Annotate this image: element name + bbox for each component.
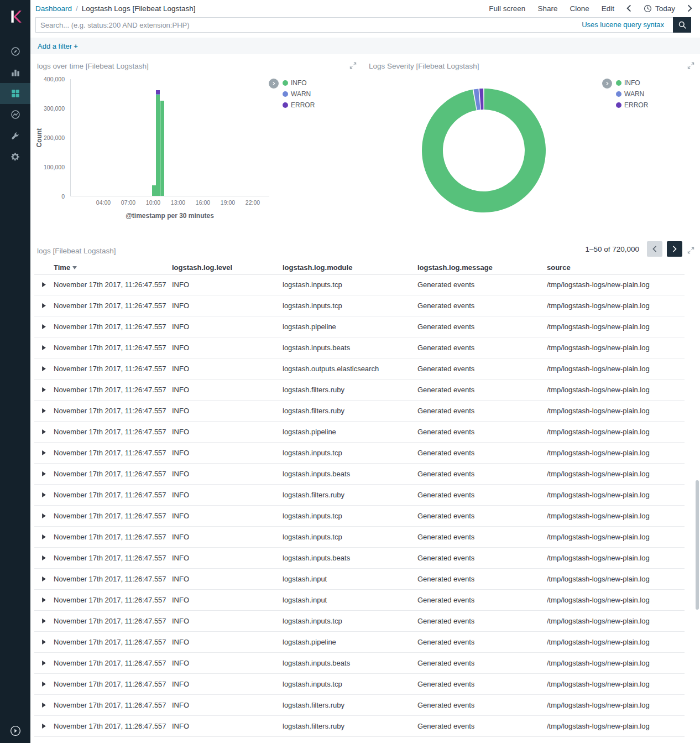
sidebar-item-timelion[interactable]: [0, 104, 30, 125]
donut-slice-error[interactable]: [479, 89, 483, 110]
histogram-panel: logs over time [Filebeat Logstash] Count…: [30, 56, 362, 222]
legend-item-error[interactable]: ERROR: [616, 101, 648, 109]
legend-item-warn[interactable]: WARN: [283, 90, 315, 98]
share-button[interactable]: Share: [537, 4, 557, 13]
bar-segment-warn[interactable]: [156, 94, 160, 95]
table-row[interactable]: November 17th 2017, 11:26:47.557 INFO lo…: [34, 401, 685, 422]
expand-row-icon[interactable]: [42, 534, 46, 539]
legend-toggle-button[interactable]: [602, 79, 612, 89]
table-row[interactable]: November 17th 2017, 11:26:47.557 INFO lo…: [34, 358, 685, 380]
table-row[interactable]: November 17th 2017, 11:26:47.557 INFO lo…: [34, 295, 685, 316]
table-row[interactable]: November 17th 2017, 11:26:47.557 INFO lo…: [34, 632, 685, 653]
table-row[interactable]: November 17th 2017, 11:26:47.557 INFO lo…: [34, 464, 685, 485]
cell-module: logstash.filters.ruby: [283, 701, 417, 709]
expand-panel-icon[interactable]: [349, 62, 357, 69]
table-row[interactable]: November 17th 2017, 11:26:47.557 INFO lo…: [34, 653, 685, 674]
expand-row-icon[interactable]: [42, 619, 46, 624]
bar-segment-error[interactable]: [156, 90, 160, 93]
edit-button[interactable]: Edit: [602, 4, 614, 13]
breadcrumb-dashboard-link[interactable]: Dashboard: [35, 4, 72, 13]
bar-segment-info[interactable]: [156, 95, 160, 196]
expand-row-icon[interactable]: [42, 555, 46, 560]
sidebar-item-dev-tools[interactable]: [0, 125, 30, 146]
expand-row-icon[interactable]: [42, 576, 46, 581]
kibana-logo[interactable]: [0, 0, 30, 33]
table-row[interactable]: November 17th 2017, 11:26:47.557 INFO lo…: [34, 422, 685, 443]
sidebar-nav: [0, 41, 30, 167]
cell-message: Generated events: [417, 280, 547, 289]
expand-row-icon[interactable]: [42, 513, 46, 518]
time-next-button[interactable]: [687, 4, 692, 12]
cell-time: November 17th 2017, 11:26:47.557: [54, 280, 172, 289]
table-row[interactable]: November 17th 2017, 11:26:47.557 INFO lo…: [34, 316, 685, 337]
expand-panel-icon[interactable]: [687, 62, 694, 69]
table-row[interactable]: November 17th 2017, 11:26:47.557 INFO lo…: [34, 716, 685, 737]
sidebar-item-dashboard[interactable]: [0, 83, 30, 104]
sidebar-item-discover[interactable]: [0, 41, 30, 62]
expand-row-icon[interactable]: [42, 387, 46, 392]
cell-level: INFO: [172, 302, 283, 310]
cell-module: logstash.inputs.tcp: [283, 449, 417, 457]
table-row[interactable]: November 17th 2017, 11:26:47.557 INFO lo…: [34, 527, 685, 548]
table-row[interactable]: November 17th 2017, 11:26:47.557 INFO lo…: [34, 274, 685, 295]
expand-row-icon[interactable]: [42, 724, 46, 729]
cell-message: Generated events: [417, 512, 547, 520]
expand-row-icon[interactable]: [42, 408, 46, 413]
cell-source: /tmp/logstash-logs/new-plain.log: [547, 280, 685, 289]
table-row[interactable]: November 17th 2017, 11:26:47.557 INFO lo…: [34, 569, 685, 590]
expand-row-icon[interactable]: [42, 324, 46, 329]
table-row[interactable]: November 17th 2017, 11:26:47.557 INFO lo…: [34, 695, 685, 716]
donut-slice-info[interactable]: [422, 89, 546, 212]
cell-level: INFO: [172, 617, 283, 625]
table-row[interactable]: November 17th 2017, 11:26:47.557 INFO lo…: [34, 674, 685, 695]
expand-row-icon[interactable]: [42, 345, 46, 350]
bar-segment-info[interactable]: [152, 185, 156, 196]
expand-row-icon[interactable]: [42, 640, 46, 645]
expand-row-icon[interactable]: [42, 661, 46, 666]
cell-time: November 17th 2017, 11:26:47.557: [54, 722, 172, 730]
expand-row-icon[interactable]: [42, 471, 46, 476]
table-scrollbar[interactable]: [696, 480, 699, 610]
add-filter-button[interactable]: Add a filter+: [38, 42, 78, 50]
table-row[interactable]: November 17th 2017, 11:26:47.557 INFO lo…: [34, 548, 685, 569]
expand-row-icon[interactable]: [42, 429, 46, 434]
next-page-button[interactable]: [667, 241, 682, 257]
cell-module: logstash.inputs.beats: [283, 344, 417, 352]
sidebar-item-visualize[interactable]: [0, 62, 30, 83]
table-row[interactable]: November 17th 2017, 11:26:47.557 INFO lo…: [34, 485, 685, 506]
lucene-syntax-link[interactable]: Uses lucene query syntax: [582, 20, 664, 29]
table-row[interactable]: November 17th 2017, 11:26:47.557 INFO lo…: [34, 590, 685, 611]
legend-item-error[interactable]: ERROR: [283, 101, 315, 109]
expand-row-icon[interactable]: [42, 682, 46, 687]
legend-item-info[interactable]: INFO: [283, 79, 315, 87]
legend-item-info[interactable]: INFO: [616, 79, 648, 87]
time-picker-button[interactable]: Today: [644, 4, 675, 13]
table-row[interactable]: November 17th 2017, 11:26:47.557 INFO lo…: [34, 380, 685, 401]
search-button[interactable]: [673, 17, 691, 33]
expand-row-icon[interactable]: [42, 366, 46, 371]
expand-row-icon[interactable]: [42, 450, 46, 455]
expand-row-icon[interactable]: [42, 597, 46, 602]
cell-level: INFO: [172, 470, 283, 478]
expand-panel-icon[interactable]: [687, 247, 694, 254]
expand-row-icon[interactable]: [42, 492, 46, 497]
table-row[interactable]: November 17th 2017, 11:26:47.557 INFO lo…: [34, 443, 685, 464]
collapse-nav-button[interactable]: [0, 725, 30, 736]
x-axis-title: @timestamp per 30 minutes: [70, 212, 269, 220]
full-screen-button[interactable]: Full screen: [489, 4, 525, 13]
legend-toggle-button[interactable]: [269, 79, 279, 89]
expand-row-icon[interactable]: [42, 303, 46, 308]
topbar-actions: Full screen Share Clone Edit Today: [489, 4, 692, 13]
table-row[interactable]: November 17th 2017, 11:26:47.557 INFO lo…: [34, 337, 685, 358]
column-header-time[interactable]: Time: [54, 263, 172, 272]
expand-row-icon[interactable]: [42, 703, 46, 708]
time-prev-button[interactable]: [626, 4, 631, 12]
sidebar-item-management[interactable]: [0, 146, 30, 167]
table-row[interactable]: November 17th 2017, 11:26:47.557 INFO lo…: [34, 506, 685, 527]
bar-segment-info[interactable]: [160, 101, 164, 196]
expand-row-icon[interactable]: [42, 282, 46, 287]
clone-button[interactable]: Clone: [570, 4, 589, 13]
table-row[interactable]: November 17th 2017, 11:26:47.557 INFO lo…: [34, 611, 685, 632]
legend-item-warn[interactable]: WARN: [616, 90, 648, 98]
previous-page-button[interactable]: [647, 241, 662, 257]
